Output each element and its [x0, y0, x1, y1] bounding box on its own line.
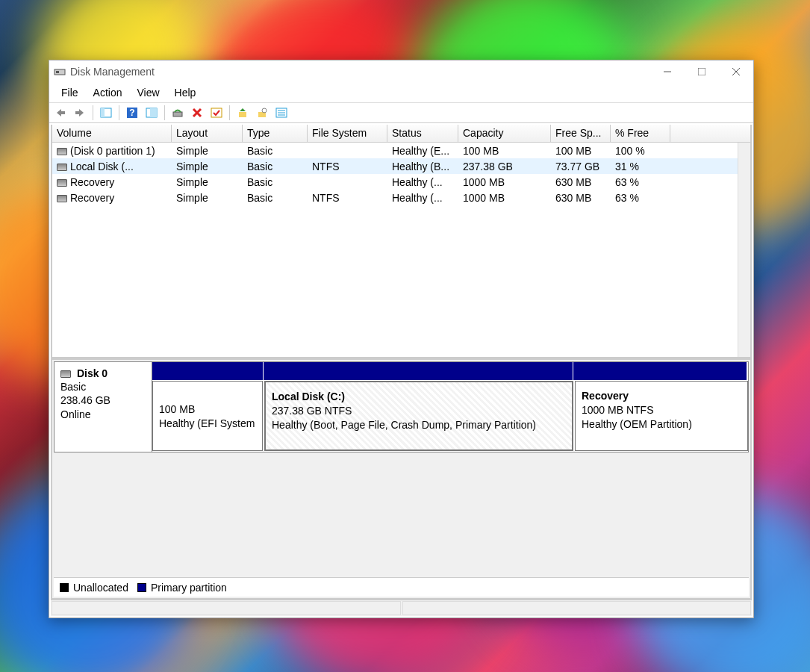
svg-rect-14: [173, 112, 182, 116]
svg-rect-17: [211, 108, 222, 117]
disk-icon: [60, 370, 71, 378]
scrollbar[interactable]: [738, 143, 750, 357]
help-icon[interactable]: ?: [123, 105, 141, 121]
svg-rect-1: [56, 71, 59, 73]
partition-block[interactable]: Local Disk (C:)237.38 GB NTFSHealthy (Bo…: [264, 381, 573, 451]
back-arrow-icon[interactable]: [52, 105, 69, 121]
cell-pct: 63 %: [611, 191, 670, 205]
cell-fs: NTFS: [308, 160, 387, 173]
table-row[interactable]: Local Disk (...SimpleBasicNTFSHealthy (B…: [52, 158, 750, 174]
cell-status: Healthy (...: [387, 191, 458, 205]
svg-rect-3: [698, 68, 705, 75]
table-row[interactable]: RecoverySimpleBasicNTFSHealthy (...1000 …: [52, 190, 750, 205]
volume-name: Recovery: [70, 176, 114, 188]
minimize-button[interactable]: [650, 60, 685, 83]
cell-capacity: 1000 MB: [458, 175, 551, 189]
partition-status: Healthy (OEM Partition): [582, 417, 741, 432]
col-free-space[interactable]: Free Sp...: [551, 125, 611, 142]
cell-layout: Simple: [172, 160, 243, 173]
disk-type: Basic: [60, 381, 86, 393]
menu-file[interactable]: File: [54, 84, 86, 101]
col-status[interactable]: Status: [387, 125, 458, 142]
col-pct-free[interactable]: % Free: [611, 125, 670, 142]
legend: Unallocated Primary partition: [54, 577, 749, 597]
toolbar: ?: [49, 102, 753, 123]
maximize-button[interactable]: [685, 60, 719, 83]
volume-list[interactable]: Volume Layout Type File System Status Ca…: [52, 125, 750, 360]
cell-capacity: 1000 MB: [458, 191, 551, 205]
table-row[interactable]: (Disk 0 partition 1)SimpleBasicHealthy (…: [52, 143, 750, 158]
legend-label-unallocated: Unallocated: [73, 582, 128, 594]
app-icon: [54, 66, 66, 78]
content-area: Volume Layout Type File System Status Ca…: [51, 125, 752, 600]
forward-arrow-icon[interactable]: [71, 105, 89, 121]
partition-size: 1000 MB NTFS: [582, 403, 741, 417]
close-button[interactable]: [719, 60, 753, 83]
partition-status: Healthy (EFI System: [159, 417, 256, 431]
partition-color-bar: [152, 362, 748, 380]
action-icon-2[interactable]: [253, 105, 271, 121]
partition-size: 237.38 GB NTFS: [272, 404, 566, 418]
partition-name: Local Disk (C:): [272, 390, 566, 404]
cell-layout: Simple: [172, 175, 243, 189]
window-title: Disk Management: [70, 66, 155, 78]
cell-type: Basic: [243, 175, 308, 189]
col-volume[interactable]: Volume: [52, 125, 172, 142]
volume-name: (Disk 0 partition 1): [70, 145, 155, 157]
cell-pct: 31 %: [611, 160, 670, 173]
disk-row[interactable]: Disk 0 Basic 238.46 GB Online 100 MBHeal…: [54, 361, 749, 452]
mark-icon[interactable]: [208, 105, 225, 121]
action-icon-1[interactable]: [234, 105, 252, 121]
table-row[interactable]: RecoverySimpleBasicHealthy (...1000 MB63…: [52, 174, 750, 190]
partition-block[interactable]: 100 MBHealthy (EFI System: [152, 381, 263, 451]
legend-swatch-unallocated: [60, 583, 69, 592]
svg-rect-6: [60, 111, 65, 114]
cell-free: 100 MB: [551, 144, 611, 158]
partition-name: Recovery: [582, 389, 741, 403]
graphical-view: Disk 0 Basic 238.46 GB Online 100 MBHeal…: [52, 360, 750, 598]
refresh-icon[interactable]: [169, 105, 187, 121]
partition-status: Healthy (Boot, Page File, Crash Dump, Pr…: [272, 418, 566, 432]
disk-management-window: Disk Management File Action View Help ?: [49, 60, 754, 618]
svg-text:?: ?: [129, 108, 134, 118]
menubar: File Action View Help: [49, 83, 753, 102]
properties-icon[interactable]: [143, 105, 161, 121]
volume-icon: [57, 148, 67, 155]
menu-help[interactable]: Help: [167, 84, 204, 101]
legend-swatch-primary: [137, 583, 146, 592]
cell-free: 630 MB: [551, 175, 611, 189]
cell-layout: Simple: [172, 144, 243, 158]
volume-name: Local Disk (...: [70, 161, 134, 172]
menu-action[interactable]: Action: [86, 84, 130, 101]
cell-status: Healthy (...: [387, 175, 458, 189]
col-capacity[interactable]: Capacity: [458, 125, 551, 142]
volume-name: Recovery: [70, 192, 114, 204]
show-hide-tree-icon[interactable]: [97, 105, 115, 121]
col-type[interactable]: Type: [243, 125, 308, 142]
cell-type: Basic: [243, 160, 308, 173]
col-layout[interactable]: Layout: [172, 125, 243, 142]
disk-label[interactable]: Disk 0 Basic 238.46 GB Online: [54, 362, 152, 452]
cell-type: Basic: [243, 144, 308, 158]
cell-capacity: 100 MB: [458, 144, 551, 158]
volume-list-header: Volume Layout Type File System Status Ca…: [52, 125, 750, 143]
cell-pct: 63 %: [611, 175, 670, 189]
cell-layout: Simple: [172, 191, 243, 205]
cell-free: 630 MB: [551, 191, 611, 205]
cell-status: Healthy (E...: [387, 144, 458, 158]
delete-icon[interactable]: [188, 105, 206, 121]
col-file-system[interactable]: File System: [308, 125, 387, 142]
volume-icon: [57, 179, 67, 187]
volume-list-body: (Disk 0 partition 1)SimpleBasicHealthy (…: [52, 143, 750, 205]
partition-size: 100 MB: [159, 402, 256, 417]
disk-name: Disk 0: [77, 367, 108, 379]
svg-rect-7: [75, 111, 80, 114]
menu-view[interactable]: View: [129, 84, 166, 101]
cell-pct: 100 %: [611, 144, 670, 158]
disk-size: 238.46 GB: [60, 394, 110, 406]
list-icon[interactable]: [272, 105, 290, 121]
cell-fs: NTFS: [308, 191, 387, 205]
partition-block[interactable]: Recovery1000 MB NTFSHealthy (OEM Partiti…: [575, 381, 748, 451]
statusbar: [51, 600, 752, 616]
titlebar[interactable]: Disk Management: [49, 60, 753, 83]
